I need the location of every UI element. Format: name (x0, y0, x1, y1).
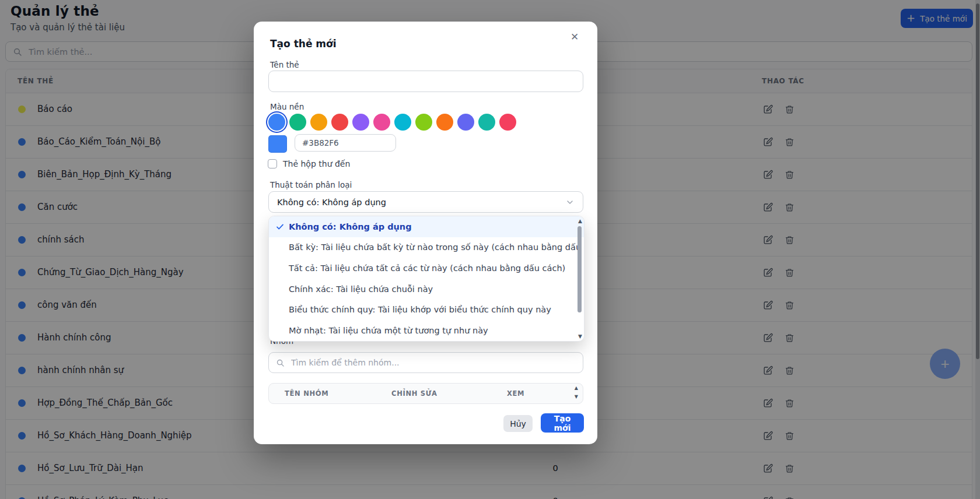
search-icon (276, 359, 285, 367)
dropdown-options: Không có: Không áp dụngBất kỳ: Tài liệu … (269, 216, 584, 341)
scroll-down-icon[interactable]: ▼ (578, 333, 582, 339)
group-column-header: XEM (507, 384, 524, 403)
cancel-button[interactable]: Hủy (503, 415, 533, 432)
color-swatch[interactable] (499, 114, 516, 131)
check-icon (275, 222, 285, 231)
tag-name-label: Tên thẻ (270, 60, 299, 69)
dropdown-scrollbar-thumb[interactable] (578, 226, 582, 312)
inbox-checkbox-label: Thẻ hộp thư đến (283, 159, 350, 168)
submit-button[interactable]: Tạo mới (541, 413, 584, 433)
color-swatches (268, 114, 516, 131)
tag-name-input[interactable] (268, 71, 583, 92)
dropdown-option[interactable]: Bất kỳ: Tài liệu chứa bất kỳ từ nào tron… (269, 237, 584, 258)
group-column-header: CHỈNH SỬA (391, 384, 438, 403)
color-swatch[interactable] (394, 114, 411, 131)
color-swatch[interactable] (331, 114, 348, 131)
algorithm-dropdown: Không có: Không áp dụngBất kỳ: Tài liệu … (268, 216, 584, 342)
group-search-box (268, 352, 583, 373)
hex-color-input[interactable] (295, 134, 396, 152)
dropdown-option[interactable]: Mờ nhạt: Tài liệu chứa một từ tương tự n… (269, 320, 584, 341)
color-preview (268, 135, 287, 153)
create-tag-modal: ✕ Tạo thẻ mới Tên thẻ Màu nền Thẻ hộp th… (254, 22, 597, 444)
inbox-checkbox[interactable] (268, 159, 277, 168)
dropdown-option[interactable]: Biểu thức chính quy: Tài liệu khớp với b… (269, 299, 584, 320)
group-search-input[interactable] (290, 357, 576, 368)
scroll-down-icon[interactable]: ▼ (575, 394, 578, 399)
color-swatch[interactable] (289, 114, 306, 131)
color-swatch[interactable] (268, 114, 285, 131)
color-swatch[interactable] (478, 114, 495, 131)
chevron-down-icon (565, 198, 575, 207)
group-column-header: TÊN NHÓM (285, 384, 328, 403)
color-swatch[interactable] (373, 114, 390, 131)
algorithm-label: Thuật toán phân loại (270, 180, 352, 189)
color-swatch[interactable] (415, 114, 432, 131)
scroll-up-icon[interactable]: ▲ (575, 385, 578, 391)
background-color-label: Màu nền (270, 102, 304, 111)
dropdown-option[interactable]: Tất cả: Tài liệu chứa tất cả các từ này … (269, 258, 584, 279)
dropdown-option[interactable]: Chính xác: Tài liệu chứa chuỗi này (269, 279, 584, 300)
app-frame: Quản lý thẻ Tạo và quản lý thẻ tài liệu … (0, 0, 980, 499)
color-swatch[interactable] (310, 114, 327, 131)
color-swatch[interactable] (352, 114, 369, 131)
modal-title: Tạo thẻ mới (270, 38, 337, 50)
color-swatch[interactable] (436, 114, 453, 131)
group-table: TÊN NHÓMCHỈNH SỬAXEM ▲ ▼ (268, 383, 583, 404)
close-icon[interactable]: ✕ (566, 29, 583, 45)
algorithm-select-value: Không có: Không áp dụng (277, 198, 386, 207)
scroll-up-icon[interactable]: ▲ (578, 218, 582, 224)
color-swatch[interactable] (457, 114, 474, 131)
algorithm-select[interactable]: Không có: Không áp dụng (268, 191, 583, 213)
dropdown-option[interactable]: Không có: Không áp dụng (269, 216, 584, 237)
inbox-checkbox-row[interactable]: Thẻ hộp thư đến (268, 159, 350, 168)
